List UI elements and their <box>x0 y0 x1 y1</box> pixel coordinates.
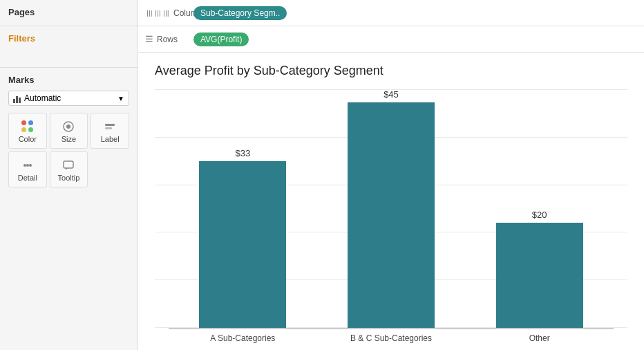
bars-area: $33 $45 $20 <box>155 89 627 343</box>
sidebar: Pages Filters Marks Automatic ▼ <box>0 0 138 350</box>
svg-rect-2 <box>105 124 115 126</box>
size-mark-button[interactable]: Size <box>50 113 88 149</box>
bar-column-other: $20 <box>491 89 588 328</box>
chart-canvas: $33 $45 $20 <box>155 89 627 343</box>
bar-chart-icon <box>13 93 21 103</box>
bar-other[interactable] <box>496 223 583 328</box>
rows-pill[interactable]: AVG(Profit) <box>193 33 249 46</box>
marks-type-dropdown[interactable]: Automatic ▼ <box>8 91 129 106</box>
bar-value-other: $20 <box>532 210 547 220</box>
label-label: Label <box>101 135 120 143</box>
label-mark-button[interactable]: Label <box>91 113 129 149</box>
tooltip-label: Tooltip <box>58 174 80 182</box>
svg-rect-3 <box>105 127 112 129</box>
x-label-other: Other <box>491 333 588 343</box>
marks-section: Marks Automatic ▼ <box>0 68 138 193</box>
columns-shelf-icon: ⫼⫼⫼ <box>145 8 170 18</box>
svg-point-6 <box>29 164 32 167</box>
bar-value-b-c-sub: $45 <box>383 89 399 100</box>
bar-column-a-sub: $33 <box>194 89 291 328</box>
marks-dropdown-left: Automatic <box>13 93 61 103</box>
pages-section: Pages <box>0 0 138 26</box>
bar-column-b-c-sub: $45 <box>343 89 439 328</box>
bar-value-a-sub: $33 <box>235 148 250 158</box>
svg-rect-7 <box>64 161 73 168</box>
chart-inner: $33 $45 $20 <box>155 89 627 343</box>
columns-shelf-label: ⫼⫼⫼ Columns <box>145 8 193 18</box>
svg-point-4 <box>23 164 26 167</box>
tooltip-icon <box>62 159 75 172</box>
detail-label: Detail <box>18 174 37 182</box>
chart-area: Average Profit by Sub-Category Segment <box>138 53 644 350</box>
bar-b-c-sub[interactable] <box>348 102 435 328</box>
svg-point-1 <box>66 125 70 129</box>
x-label-b-c-sub: B & C Sub-Categories <box>343 333 439 343</box>
bars-wrapper: $33 $45 $20 <box>155 89 627 328</box>
rows-shelf-icon: ☰ <box>145 34 153 44</box>
color-label: Color <box>19 135 37 143</box>
tooltip-mark-button[interactable]: Tooltip <box>50 151 88 187</box>
marks-label: Marks <box>8 75 129 85</box>
rows-shelf: ☰ Rows AVG(Profit) <box>138 26 644 53</box>
chevron-down-icon: ▼ <box>117 95 124 102</box>
label-icon <box>104 120 116 133</box>
x-label-a-sub: A Sub-Categories <box>194 333 291 343</box>
color-mark-button[interactable]: Color <box>8 113 47 149</box>
columns-shelf: ⫼⫼⫼ Columns Sub-Category Segm.. <box>138 0 644 26</box>
filters-section: Filters <box>0 26 138 68</box>
bars-group: $33 $45 $20 <box>155 89 627 328</box>
chart-title: Average Profit by Sub-Category Segment <box>155 64 627 78</box>
rows-shelf-label: ☰ Rows <box>145 34 193 44</box>
detail-mark-button[interactable]: Detail <box>8 151 47 187</box>
marks-buttons-grid: Color Size <box>8 113 129 187</box>
pages-label: Pages <box>8 7 129 17</box>
size-label: Size <box>61 135 76 143</box>
detail-icon <box>21 159 34 172</box>
main-panel: ⫼⫼⫼ Columns Sub-Category Segm.. ☰ Rows A… <box>138 0 644 350</box>
marks-type-label: Automatic <box>24 93 61 103</box>
columns-pill[interactable]: Sub-Category Segm.. <box>193 6 287 20</box>
filters-label: Filters <box>8 33 129 44</box>
svg-point-5 <box>26 164 29 167</box>
size-icon <box>62 120 75 133</box>
svg-marker-8 <box>66 168 68 170</box>
x-axis-labels: A Sub-Categories B & C Sub-Categories Ot… <box>155 329 627 343</box>
bar-a-sub[interactable] <box>199 161 286 329</box>
color-dots-icon <box>21 120 34 133</box>
